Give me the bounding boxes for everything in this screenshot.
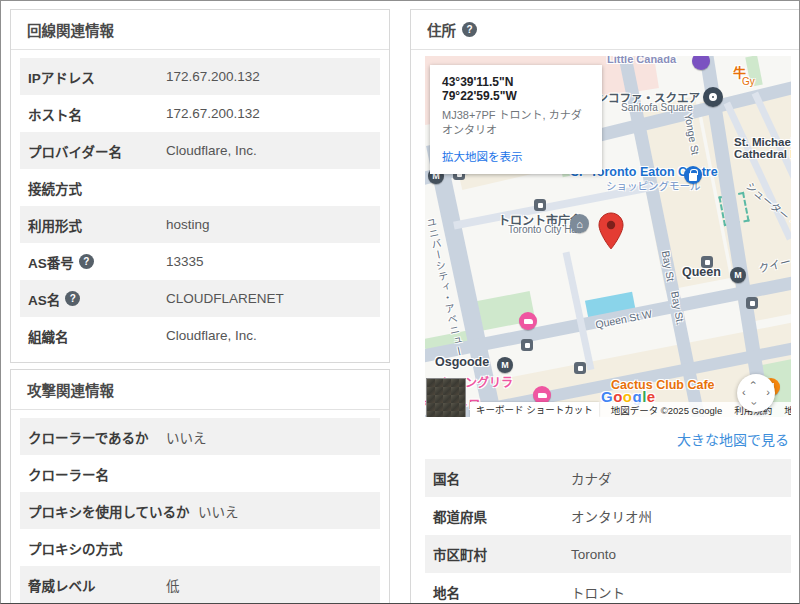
pan-up-icon[interactable]: ‹: [748, 381, 759, 385]
square-icon: [703, 87, 723, 107]
table-row: ホスト名 172.67.200.132: [20, 95, 380, 132]
field-label: 接続方式: [28, 178, 166, 198]
hotel-icon: [519, 312, 537, 330]
line-info-title: 回線関連情報: [11, 10, 389, 50]
attack-info-card: 攻撃関連情報 クローラーであるか いいえ クローラー名 プロキシを使用しているか…: [10, 369, 390, 604]
ip-lookup-page: { "colors": { "link_blue": "#3d8edb", "m…: [0, 0, 800, 604]
plus-code: MJ38+7PF トロント, カナダ オンタリオ: [442, 108, 590, 139]
table-row: 国名 カナダ: [425, 459, 791, 497]
table-row: 利用形式 hosting: [20, 206, 380, 243]
table-row: プロキシを使用しているか いいえ: [20, 492, 380, 529]
pan-down-icon[interactable]: ‹: [748, 402, 759, 406]
streetcar-stop-icon: [521, 339, 533, 351]
coordinates: 43°39'11.5"N 79°22'59.5"W: [442, 75, 590, 103]
address-title: 住所 ?: [411, 10, 800, 50]
street-view-pegman[interactable]: [426, 378, 466, 417]
field-label: AS名 ?: [28, 289, 166, 309]
field-label: クローラー名: [28, 464, 166, 484]
field-value: 13335: [166, 254, 204, 269]
google-map[interactable]: Little Canada 牛 Gy サンコファ・スクエア Sankofa Sq…: [425, 56, 791, 417]
streetcar-stop-icon: [701, 256, 713, 268]
field-label: プロキシを使用しているか: [28, 501, 198, 521]
field-value: カナダ: [571, 468, 612, 488]
table-row: プロキシの方式: [20, 529, 380, 566]
streetcar-stop-icon: [534, 199, 546, 211]
map-pin-icon: [598, 212, 624, 254]
table-row: 接続方式: [20, 169, 380, 206]
table-row: 脅威レベル 低: [20, 566, 380, 603]
field-label: 市区町村: [433, 544, 571, 564]
field-value: いいえ: [166, 427, 207, 447]
table-row: プロバイダー名 Cloudflare, Inc.: [20, 132, 380, 169]
field-label: 地名: [433, 582, 571, 602]
field-value: Cloudflare, Inc.: [166, 328, 257, 343]
shopping-icon: [684, 166, 702, 184]
streetcar-stop-icon: [574, 362, 586, 374]
report-error-link[interactable]: 地図の誤りを報告する: [784, 403, 791, 417]
field-value: CLOUDFLARENET: [166, 291, 284, 306]
field-value: Cloudflare, Inc.: [166, 143, 257, 158]
field-value: トロント: [571, 582, 625, 602]
field-value: 172.67.200.132: [166, 69, 260, 84]
expand-map-link[interactable]: 拡大地図を表示: [442, 148, 523, 164]
field-label: プロキシの方式: [28, 538, 166, 558]
attack-info-title: 攻撃関連情報: [11, 370, 389, 410]
table-row: 都道府県 オンタリオ州: [425, 497, 791, 535]
field-label: 脅威レベル: [28, 575, 166, 595]
field-value: 172.67.200.132: [166, 106, 260, 121]
help-icon[interactable]: ?: [79, 254, 94, 269]
field-value: Toronto: [571, 547, 616, 562]
table-row: AS名 ? CLOUDFLARENET: [20, 280, 380, 317]
table-row: IPアドレス 172.67.200.132: [20, 58, 380, 95]
table-row: クローラーであるか いいえ: [20, 418, 380, 455]
pan-right-icon[interactable]: ›: [766, 387, 770, 398]
table-row: 地名 トロント: [425, 573, 791, 604]
poi-label-little-canada: Little Canada: [607, 56, 676, 65]
help-icon[interactable]: ?: [462, 22, 477, 37]
field-label: IPアドレス: [28, 67, 166, 87]
table-row: クローラー名: [20, 455, 380, 492]
field-value: いいえ: [198, 501, 239, 521]
field-label: ホスト名: [28, 104, 166, 124]
city-hall-icon: ⌂: [570, 214, 589, 233]
help-icon[interactable]: ?: [65, 291, 80, 306]
poi-label-gyu-sub: Gy: [742, 76, 755, 87]
poi-label-sankofa-en: Sankofa Square: [621, 102, 693, 113]
map-data-label[interactable]: 地図データ ©2025 Google: [611, 403, 723, 417]
field-label: 国名: [433, 468, 571, 488]
subway-station-icon: M: [730, 267, 746, 283]
table-row: 市区町村 Toronto: [425, 535, 791, 573]
field-value: オンタリオ州: [571, 506, 652, 526]
enlarge-map-row: 大きな地図で見る: [411, 417, 800, 459]
line-info-card: 回線関連情報 IPアドレス 172.67.200.132 ホスト名 172.67…: [10, 9, 390, 363]
field-label: 都道府県: [433, 506, 571, 526]
address-card: 住所 ? Little Canada 牛 Gy サンコファ・スクエア S: [410, 9, 800, 604]
table-row: AS番号 ? 13335: [20, 243, 380, 280]
field-label: プロバイダー名: [28, 141, 166, 161]
field-value: hosting: [166, 217, 210, 232]
pan-left-icon[interactable]: ‹: [742, 387, 746, 398]
field-label: AS番号 ?: [28, 252, 166, 272]
poi-label-st-michaels: St. Michael'sCathedral Basilica: [734, 136, 791, 160]
view-larger-map-link[interactable]: 大きな地図で見る: [677, 432, 789, 448]
map-info-card: 43°39'11.5"N 79°22'59.5"W MJ38+7PF トロント,…: [430, 65, 602, 174]
field-label: クローラーであるか: [28, 427, 166, 447]
table-row: 組織名 Cloudflare, Inc.: [20, 317, 380, 354]
field-value: 低: [166, 575, 180, 595]
subway-station-icon: M: [497, 357, 513, 373]
station-label-osgoode: Osgoode: [435, 355, 489, 369]
field-label: 利用形式: [28, 215, 166, 235]
keyboard-shortcuts-button[interactable]: キーボード ショートカット: [470, 402, 599, 417]
streetcar-stop-icon: [746, 297, 758, 309]
pan-control[interactable]: ‹ ‹ › ‹: [737, 374, 775, 412]
field-label: 組織名: [28, 326, 166, 346]
